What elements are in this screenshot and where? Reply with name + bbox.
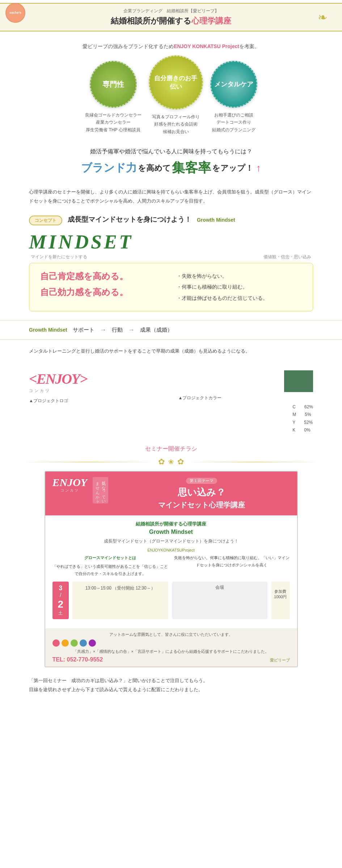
- flyer-date-day: 2: [58, 599, 64, 610]
- flyer-col2: 失敗を怖がらない。何事にも積極的に取り組む。「いい」マインドセットを身につけポテ…: [174, 554, 290, 577]
- mindset-sub-row: マインドを新たにセットする 価値観・信念・思い込み: [29, 254, 313, 260]
- color-y: Y 52%: [292, 419, 313, 427]
- description-section: 心理学講座のセミナーを開催し、より多くの人に婚活に興味を持てもらい集客率を上げ、…: [0, 182, 342, 211]
- project-logo-label: ▲プロジェクトロゴ: [29, 398, 164, 404]
- ornament-center-icon2: ❀: [168, 458, 174, 466]
- flyer-side-text: 気になっていませんか？: [93, 477, 108, 503]
- dot-2: [62, 639, 69, 647]
- flow-arrow-1: →: [100, 326, 106, 334]
- self-efficacy-text: 自己効力感を高める。: [40, 286, 166, 298]
- enjoy-logo: <ENJOY>: [29, 370, 164, 387]
- circle-desc-2: 写真＆プロフィール作り 好感を持たれる会話術 候補お見合い: [152, 113, 200, 135]
- flyer-time-box: 13:00～15:00 （受付開始 12:30～）: [72, 582, 168, 619]
- circle-item-2: 自分磨きのお手伝い 写真＆プロフィール作り 好感を持たれる会話術 候補お見合い: [149, 55, 203, 135]
- brand-power-text3: 集客率: [172, 159, 211, 177]
- circle-item-1: 専門性 良縁会ゴールドカウンセラー 産業カウンセラー 厚生労働省 THP 心理相…: [85, 61, 142, 133]
- bullet-2: ・何事にも積極的に取り組む。: [177, 281, 302, 293]
- flyer-question-badge: 第１回テーマ: [186, 478, 217, 484]
- header-sub-text: 企業ブランディング 結婚相談所【愛ビリーブ】: [29, 8, 313, 14]
- circle-desc-3: お相手選びのご相談 デートコース作り 結婚式のプランニング: [212, 111, 256, 133]
- flyer-top: ENJOY コンカツ 気になっていませんか？ 第１回テーマ 思い込み？ マインド…: [45, 472, 297, 515]
- color-m: M 5%: [292, 411, 313, 419]
- self-affirm-text: 自己肯定感を高める。: [40, 271, 166, 282]
- brand-power-text4: をアップ！: [212, 163, 253, 174]
- brand-power-line: ブランド力 を高めて 集客率 をアップ！ ↑: [22, 159, 320, 177]
- flyer-footer-bottom: 「共感力」×「感情的なもの合」×「言語サポート」による心から結婚を応援するサポー…: [52, 649, 290, 654]
- yellow-box: 自己肯定感を高める。 自己効力感を高める。 ・失敗を怖がらない。 ・何事にも積極…: [29, 263, 313, 311]
- flyer-main-text-area: 第１回テーマ 思い込み？ マインドセット心理学講座: [114, 477, 290, 510]
- color-k: K 0%: [292, 426, 313, 434]
- mindset-sub-right: 価値観・信念・思い込み: [263, 254, 311, 260]
- flow-arrow-2: →: [128, 326, 135, 334]
- growth-mindset-label: Growth Mindset: [197, 217, 235, 223]
- flyer-enjoy-logo: ENJOY: [52, 477, 88, 488]
- ornament-divider: ✿ ❀ ✿: [22, 457, 320, 467]
- flyer-tel: TEL: 052-770-9552: [52, 656, 103, 663]
- circles-section: 専門性 良縁会ゴールドカウンセラー 産業カウンセラー 厚生労働省 THP 心理相…: [0, 54, 342, 142]
- flyer-growth-sub: 成長型マインドセット（グロースマインドセット）を身につけよう！: [52, 538, 290, 544]
- brand-power-text2: を高めて: [138, 163, 171, 174]
- concept-section: コンセプト 成長型マインドセットを身につけよう！ Growth Mindset …: [0, 211, 342, 319]
- circle-badge-3: メンタルケア: [210, 61, 257, 108]
- flyer-date-dow: 土: [58, 610, 63, 616]
- flyer-logo-small: 愛ビリーブ: [270, 658, 290, 663]
- flyer-date-month: 3: [59, 584, 62, 592]
- flyer-body: 結婚相談所が開催する心理学講座 Growth Mindset 成長型マインドセッ…: [45, 515, 297, 628]
- dot-1: [52, 639, 60, 647]
- flow-item-2: サポート: [73, 327, 94, 333]
- color-label: ▲プロジェクトカラー: [178, 395, 222, 401]
- flyer-col1: グロースマインドセットとは 「やればできる」という成長可能性があることを「信じる…: [52, 554, 169, 577]
- flyer-cols: グロースマインドセットとは 「やればできる」という成長可能性があることを「信じる…: [52, 554, 290, 577]
- flyer-col1-title: グロースマインドセットとは: [52, 554, 169, 562]
- flyer-enjoy-sub: コンカツ: [52, 488, 88, 493]
- flyer-project-label: ENJOYKONKATSUProject: [52, 548, 290, 552]
- bottom-text-section: 「第一回セミナー 成功のカギは思い込み？」と聞いかけることで注目してもらう。 目…: [0, 671, 342, 709]
- header-ornament-right: ❧: [318, 10, 328, 24]
- brand-section: 婚活予備軍や婚活で悩んでいる人に興味を持ってもらうには？ ブランド力 を高めて …: [0, 142, 342, 182]
- flyer-date-row: 3/2 土 13:00～15:00 （受付開始 12:30～） 会場 参加費 1…: [52, 582, 290, 619]
- header-wrapper: ❧ 企業ブランディング 結婚相談所【愛ビリーブ】 結婚相談所が開催する心理学講座…: [0, 3, 342, 31]
- ornament-center-icon: ✿: [158, 457, 165, 467]
- header-main-text: 結婚相談所が開催する心理学講座: [29, 16, 313, 26]
- dot-5: [89, 639, 96, 647]
- flow-item-3: 行動: [112, 327, 123, 333]
- color-values: C 62% M 5% Y 52% K 0%: [292, 403, 313, 434]
- concept-title: 成長型マインドセットを身につけよう！: [68, 215, 191, 224]
- flyer-col1-text: 「やればできる」という成長可能性があることを「信じる」ことで自分のモテ・スキルを…: [52, 563, 169, 578]
- flyer-growth-label: Growth Mindset: [52, 529, 290, 535]
- dot-4: [80, 639, 87, 647]
- mental-section: メンタルトレーニングと並行し婚活のサポートをすることで早期の成果（成婚）も見込め…: [0, 341, 342, 363]
- ornament-center-icon3: ✿: [177, 457, 184, 467]
- flyer-footer-text: アットホームな雰囲気として、皆さんに役に立ていただいています。: [52, 632, 290, 637]
- brand-power-text1: ブランド力: [81, 161, 137, 175]
- logo-circle: eache's: [5, 3, 25, 23]
- bullet-3: ・才能は伸ばせるものだと信じている。: [177, 293, 302, 304]
- project-section: <ENJOY> コンカツ ▲プロジェクトロゴ ▲プロジェクトカラー C 62% …: [0, 363, 342, 442]
- intro-section: 愛ビリーブの強みをブランド化するためENJOY KONKATSU Project…: [0, 34, 342, 54]
- circle-desc-1: 良縁会ゴールドカウンセラー 産業カウンセラー 厚生労働省 THP 心理相談員: [85, 111, 142, 133]
- flow-item-1: Growth Mindset: [29, 327, 67, 333]
- flyer-col2-text: 失敗を怖がらない。何事にも積極的に取り組む。「いい」マインドセットを身につけポテ…: [174, 554, 290, 569]
- yellow-box-right: ・失敗を怖がらない。 ・何事にも積極的に取り組む。 ・才能は伸ばせるものだと信じ…: [177, 271, 302, 304]
- circle-badge-2: 自分磨きのお手伝い: [149, 55, 203, 110]
- flyer-fee-box: 参加費 1000円: [271, 582, 290, 619]
- mindset-big-text: MINDSET: [29, 231, 313, 253]
- logo-area: eache's: [5, 3, 25, 23]
- mindset-sub-left: マインドを新たにセットする: [31, 254, 87, 260]
- flyer-enjoy-area: ENJOY コンカツ: [52, 477, 88, 493]
- flyer-date-box: 3/2 土: [52, 582, 69, 619]
- flow-item-4: 成果（成婚）: [140, 327, 173, 333]
- bottom-line-2: 目線を途切れさせず上から下まで読み込んで貰えるように配置にこだわりました。: [29, 685, 313, 694]
- brand-arrow-icon: ↑: [256, 162, 261, 174]
- flyer-subtitle: 結婚相談所が開催する心理学講座: [52, 521, 290, 527]
- circle-badge-1: 専門性: [90, 61, 137, 108]
- seminar-title: セミナー開催チラシ: [22, 445, 320, 453]
- project-color-area: ▲プロジェクトカラー C 62% M 5% Y 52% K 0%: [178, 370, 313, 434]
- color-c: C 62%: [292, 403, 313, 411]
- bottom-line-1: 「第一回セミナー 成功のカギは思い込み？」と聞いかけることで注目してもらう。: [29, 676, 313, 685]
- project-logo-area: <ENJOY> コンカツ ▲プロジェクトロゴ: [29, 370, 164, 404]
- flyer-preview: ENJOY コンカツ 気になっていませんか？ 第１回テーマ 思い込み？ マインド…: [45, 471, 298, 667]
- circle-item-3: メンタルケア お相手選びのご相談 デートコース作り 結婚式のプランニング: [210, 61, 257, 133]
- brand-question: 婚活予備軍や婚活で悩んでいる人に興味を持ってもらうには？: [22, 148, 320, 156]
- flyer-dots-row: [52, 639, 290, 647]
